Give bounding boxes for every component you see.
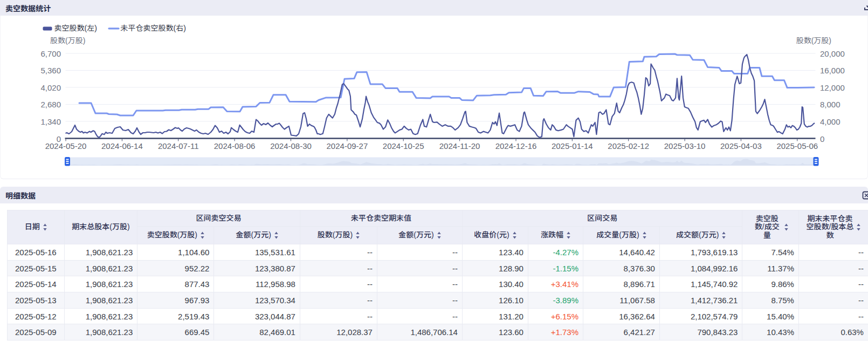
svg-text:8,000: 8,000 — [820, 100, 841, 109]
svg-text:5,360: 5,360 — [40, 66, 61, 75]
svg-text:12,000: 12,000 — [820, 83, 845, 92]
svg-text:2024-08-30: 2024-08-30 — [270, 141, 312, 151]
svg-text:16,000: 16,000 — [820, 66, 845, 75]
svg-text:0: 0 — [820, 134, 824, 144]
svg-text:2025-02-12: 2025-02-12 — [608, 141, 649, 151]
svg-text:2025-01-14: 2025-01-14 — [552, 141, 593, 151]
svg-text:2024-09-27: 2024-09-27 — [327, 141, 368, 151]
svg-text:2024-06-14: 2024-06-14 — [101, 141, 143, 151]
svg-text:卖空股数(左): 卖空股数(左) — [54, 24, 97, 32]
svg-text:20,000: 20,000 — [820, 49, 845, 58]
svg-text:4,000: 4,000 — [820, 117, 841, 126]
svg-text:股数(万股): 股数(万股) — [796, 36, 831, 45]
svg-text:4,020: 4,020 — [40, 83, 61, 92]
svg-text:2,680: 2,680 — [40, 100, 61, 109]
svg-text:2025-03-10: 2025-03-10 — [664, 141, 706, 151]
svg-text:2024-11-20: 2024-11-20 — [439, 141, 480, 151]
svg-text:2024-08-06: 2024-08-06 — [214, 141, 256, 151]
svg-text:2024-07-11: 2024-07-11 — [158, 141, 199, 151]
svg-text:6,700: 6,700 — [40, 49, 61, 58]
svg-text:2024-12-16: 2024-12-16 — [495, 141, 537, 151]
svg-text:2024-10-25: 2024-10-25 — [383, 141, 424, 151]
svg-text:2025-04-03: 2025-04-03 — [720, 141, 762, 151]
svg-text:2025-05-06: 2025-05-06 — [776, 141, 818, 151]
svg-text:股数(万股): 股数(万股) — [50, 36, 85, 45]
svg-text:2024-05-20: 2024-05-20 — [45, 141, 87, 151]
svg-text:未平仓卖空股数(右): 未平仓卖空股数(右) — [121, 24, 186, 32]
svg-text:1,340: 1,340 — [40, 117, 61, 126]
